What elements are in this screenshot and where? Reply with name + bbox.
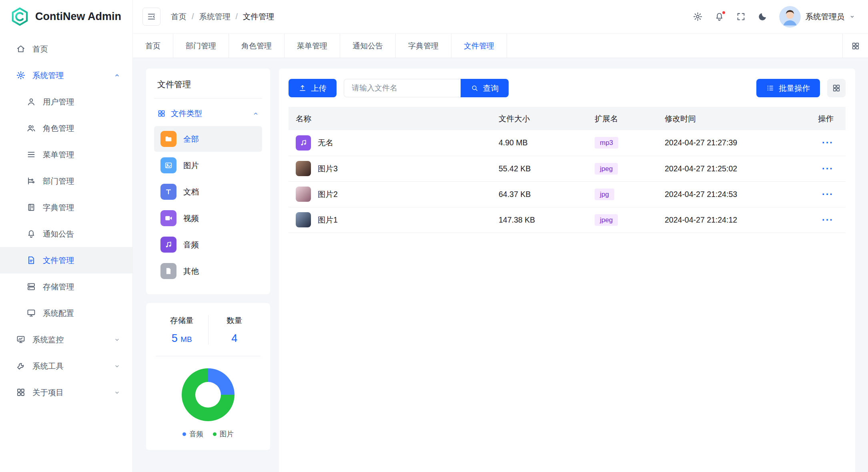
count-stat-label: 数量 — [208, 315, 261, 326]
query-button[interactable]: 查询 — [461, 79, 509, 97]
tab[interactable]: 首页 — [133, 34, 173, 58]
org-tree-icon — [26, 176, 36, 186]
file-type-label: 其他 — [183, 266, 199, 277]
tab-actions-button[interactable] — [842, 34, 868, 58]
sidebar-group[interactable]: 系统监控 — [0, 326, 132, 353]
table-body: 无名 4.90 MB mp3 2024-04-27 21:27:39 ··· — [289, 130, 846, 233]
chevron-down-icon — [114, 363, 120, 370]
tab[interactable]: 字典管理 — [396, 34, 451, 58]
file-thumbnail — [296, 161, 311, 176]
legend-item: 音频 — [182, 429, 203, 439]
legend-dot — [213, 432, 216, 436]
file-generic-icon — [160, 263, 176, 279]
video-icon — [160, 210, 176, 226]
file-size: 4.90 MB — [491, 130, 587, 156]
file-type-group-label: 文件类型 — [171, 108, 202, 119]
file-type-group-header[interactable]: 文件类型 — [154, 98, 262, 125]
sidebar-item[interactable]: 角色管理 — [0, 115, 132, 141]
apps-grid-icon — [851, 42, 860, 50]
row-actions-button[interactable]: ··· — [822, 137, 834, 148]
notifications-button[interactable] — [714, 12, 724, 22]
breadcrumb-item[interactable]: 文件管理 / — [243, 11, 274, 22]
breadcrumb-item[interactable]: 系统管理 / — [199, 11, 237, 22]
tab[interactable]: 菜单管理 — [285, 34, 340, 58]
table-row[interactable]: 无名 4.90 MB mp3 2024-04-27 21:27:39 ··· — [289, 130, 846, 156]
row-actions-button[interactable]: ··· — [822, 163, 834, 174]
tab[interactable]: 文件管理 — [451, 34, 507, 58]
sidebar-collapse-button[interactable] — [142, 8, 160, 26]
fullscreen-button[interactable] — [736, 12, 746, 22]
file-name: 无名 — [318, 137, 333, 148]
file-type-item[interactable]: 视频 — [154, 205, 262, 231]
sidebar-item[interactable]: 用户管理 — [0, 88, 132, 115]
tab[interactable]: 角色管理 — [229, 34, 285, 58]
apps-grid-icon — [16, 388, 26, 397]
breadcrumb-label: 文件管理 — [243, 11, 274, 22]
sidebar-item[interactable]: 部门管理 — [0, 168, 132, 194]
table-row[interactable]: 图片2 64.37 KB jpg 2024-04-27 21:24:53 ··· — [289, 181, 846, 207]
dark-mode-toggle[interactable] — [758, 12, 768, 22]
bell-icon — [26, 229, 36, 239]
topbar: 首页 / 系统管理 / 文件管理 / — [133, 0, 868, 33]
settings-gear-icon — [16, 70, 26, 80]
sidebar-group[interactable]: 关于项目 — [0, 379, 132, 406]
tab-label: 通知公告 — [353, 41, 383, 51]
file-type-item[interactable]: 全部 — [154, 126, 262, 152]
search-icon — [471, 84, 479, 92]
file-doc-icon — [26, 255, 36, 265]
files-table: 名称 文件大小 扩展名 修改时间 操作 — [289, 107, 846, 233]
file-type-item[interactable]: 图片 — [154, 153, 262, 178]
table-row[interactable]: 图片1 147.38 KB jpeg 2024-04-27 21:24:12 ·… — [289, 207, 846, 233]
col-header-ext: 扩展名 — [587, 107, 658, 130]
row-actions-button[interactable]: ··· — [822, 189, 834, 199]
file-type-item[interactable]: 其他 — [154, 258, 262, 284]
file-thumbnail — [296, 212, 311, 227]
tab[interactable]: 部门管理 — [173, 34, 229, 58]
file-ext-tag: jpeg — [595, 163, 618, 175]
tab-label: 角色管理 — [241, 41, 272, 51]
col-header-time: 修改时间 — [658, 107, 802, 130]
chevron-down-icon — [849, 14, 855, 20]
file-type-item[interactable]: 文档 — [154, 179, 262, 205]
sidebar-item[interactable]: 通知公告 — [0, 221, 132, 247]
sidebar-group-system-management[interactable]: 系统管理 — [0, 62, 132, 88]
storage-stats-card: 存储量 5 MB 数量 4 — [146, 303, 270, 450]
app-logo[interactable]: ContiNew Admin — [0, 0, 132, 33]
user-menu[interactable]: 系统管理员 — [779, 6, 856, 28]
sidebar-item[interactable]: 菜单管理 — [0, 141, 132, 168]
tab-strip: 首页 部门管理 角色管理 菜单管理 通知公告 — [133, 33, 868, 58]
tabs: 首页 部门管理 角色管理 菜单管理 通知公告 — [133, 34, 842, 58]
user-icon — [26, 97, 36, 106]
tab-label: 文件管理 — [464, 41, 494, 51]
divider — [156, 356, 261, 356]
batch-actions-button[interactable]: 批量操作 — [756, 79, 820, 97]
home-icon — [16, 44, 26, 54]
upload-button[interactable]: 上传 — [289, 79, 337, 97]
sidebar-group[interactable]: 系统工具 — [0, 353, 132, 379]
file-name: 图片2 — [318, 189, 338, 200]
tab[interactable]: 通知公告 — [340, 34, 396, 58]
view-toggle-button[interactable] — [827, 79, 846, 97]
settings-button[interactable] — [693, 12, 703, 22]
search-group: 查询 — [344, 79, 509, 97]
file-type-panel: 文件管理 文件类型 全部 — [146, 68, 270, 294]
file-type-item[interactable]: 音频 — [154, 232, 262, 257]
sidebar-item[interactable]: 文件管理 — [0, 247, 132, 273]
tab-label: 部门管理 — [186, 41, 216, 51]
breadcrumb-item[interactable]: 首页 / — [171, 11, 194, 22]
sidebar-item-home[interactable]: 首页 — [0, 36, 132, 62]
table-row[interactable]: 图片3 55.42 KB jpeg 2024-04-27 21:25:02 ··… — [289, 156, 846, 181]
music-icon — [160, 237, 176, 253]
col-header-actions: 操作 — [802, 107, 846, 130]
app-root: ContiNew Admin 首页 系统管理 用户管理 — [0, 0, 868, 472]
sidebar-item[interactable]: 存储管理 — [0, 273, 132, 300]
filename-search-input[interactable] — [344, 79, 461, 97]
sidebar-item[interactable]: 系统配置 — [0, 300, 132, 326]
menu-fold-icon — [147, 12, 156, 21]
menu-list-icon — [26, 150, 36, 159]
toolbar-right: 批量操作 — [756, 79, 846, 97]
row-actions-button[interactable]: ··· — [822, 215, 834, 225]
sidebar-item-label: 系统配置 — [43, 308, 120, 319]
sidebar-item[interactable]: 字典管理 — [0, 194, 132, 221]
storage-stat-label: 存储量 — [156, 315, 208, 326]
